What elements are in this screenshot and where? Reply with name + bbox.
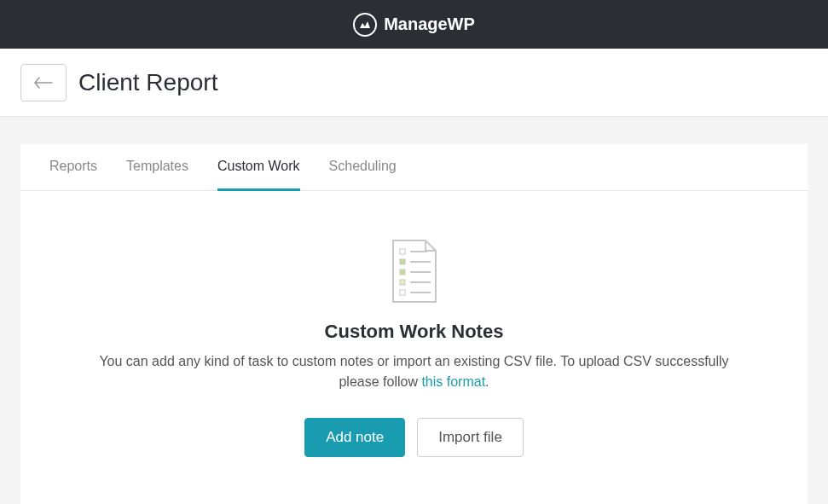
tab-custom-work[interactable]: Custom Work — [217, 144, 300, 191]
description-text-1: You can add any kind of task to custom n… — [99, 354, 728, 389]
section-heading: Custom Work Notes — [72, 321, 756, 343]
top-header: ManageWP — [0, 0, 828, 49]
back-button[interactable] — [20, 64, 67, 101]
document-icon — [72, 239, 756, 304]
svg-rect-0 — [400, 249, 405, 254]
page-header: Client Report — [0, 49, 828, 117]
main-card: Reports Templates Custom Work Scheduling — [20, 144, 808, 504]
tab-content-custom-work: Custom Work Notes You can add any kind o… — [20, 191, 808, 504]
svg-rect-6 — [400, 280, 405, 285]
action-buttons: Add note Import file — [72, 418, 756, 457]
section-description: You can add any kind of task to custom n… — [99, 351, 730, 392]
brand-logo: ManageWP — [353, 13, 475, 37]
mountain-icon — [353, 13, 377, 37]
add-note-button[interactable]: Add note — [304, 418, 405, 457]
format-link[interactable]: this format — [421, 374, 485, 389]
arrow-left-icon — [34, 77, 53, 89]
svg-rect-4 — [400, 269, 405, 275]
svg-rect-2 — [400, 259, 405, 264]
tabs-bar: Reports Templates Custom Work Scheduling — [20, 144, 808, 191]
brand-name: ManageWP — [384, 14, 475, 34]
tab-templates[interactable]: Templates — [126, 144, 188, 191]
import-file-button[interactable]: Import file — [417, 418, 524, 457]
description-text-2: . — [485, 374, 489, 389]
tab-reports[interactable]: Reports — [49, 144, 97, 191]
content-area: Reports Templates Custom Work Scheduling — [0, 117, 828, 504]
tab-scheduling[interactable]: Scheduling — [329, 144, 397, 191]
page-title: Client Report — [78, 69, 217, 96]
svg-rect-8 — [400, 290, 405, 295]
